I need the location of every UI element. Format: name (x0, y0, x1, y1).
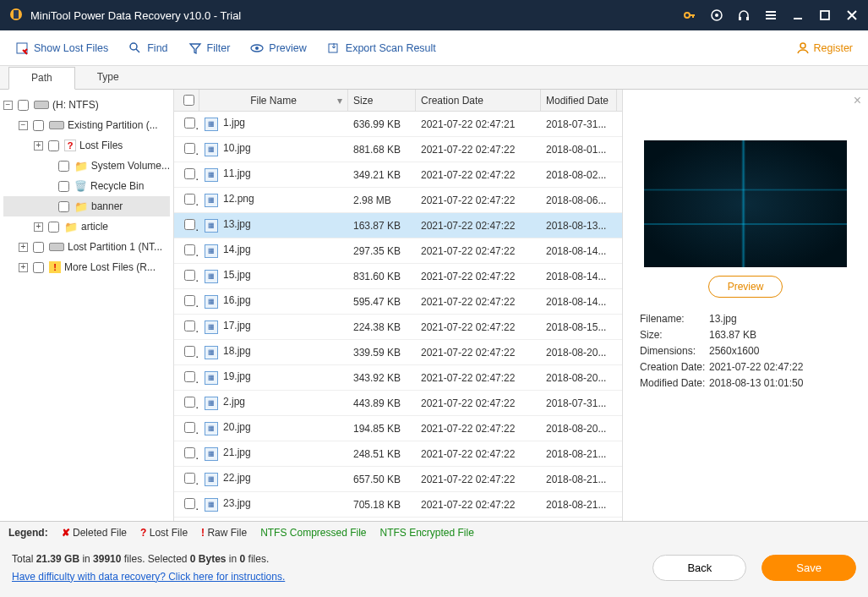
tree-checkbox[interactable] (33, 262, 44, 273)
tree-checkbox[interactable] (48, 140, 59, 151)
file-mdate-cell: 2018-08-15... (541, 321, 617, 333)
file-checkbox[interactable] (184, 498, 195, 509)
file-checkbox[interactable] (184, 295, 195, 306)
tree-lost-files[interactable]: + ? Lost Files (3, 135, 170, 156)
image-file-icon: ▦ (205, 194, 218, 207)
file-checkbox[interactable] (184, 194, 195, 205)
file-checkbox[interactable] (184, 270, 195, 281)
column-creation-date[interactable]: Creation Date (416, 90, 541, 111)
tree-checkbox[interactable] (58, 181, 69, 192)
expand-icon[interactable]: + (19, 263, 28, 272)
export-button[interactable]: Export Scan Result (327, 41, 436, 55)
register-button[interactable]: Register (796, 41, 853, 55)
file-row[interactable]: ▦17.jpg224.38 KB2021-07-22 02:47:222018-… (174, 315, 622, 340)
tab-path[interactable]: Path (8, 67, 75, 90)
file-row[interactable]: ▦2.jpg443.89 KB2021-07-22 02:47:222018-0… (174, 391, 622, 416)
save-button[interactable]: Save (762, 555, 856, 581)
select-all-checkbox[interactable] (183, 95, 194, 106)
column-modified-date[interactable]: Modified Date (541, 90, 617, 111)
file-row[interactable]: ▦12.png2.98 MB2021-07-22 02:47:222018-08… (174, 188, 622, 213)
preview-button[interactable]: Preview (250, 41, 306, 55)
back-button[interactable]: Back (652, 555, 746, 581)
file-checkbox[interactable] (184, 219, 195, 230)
file-checkbox[interactable] (184, 422, 195, 433)
file-checkbox[interactable] (184, 371, 195, 382)
file-row[interactable]: ▦14.jpg297.35 KB2021-07-22 02:47:222018-… (174, 238, 622, 264)
file-checkbox[interactable] (184, 397, 195, 408)
tab-type[interactable]: Type (75, 67, 141, 90)
tree-checkbox[interactable] (33, 120, 44, 131)
file-row[interactable]: ▦20.jpg194.85 KB2021-07-22 02:47:222018-… (174, 416, 622, 441)
file-checkbox[interactable] (184, 320, 195, 331)
tree-checkbox[interactable] (18, 100, 29, 111)
minimize-icon[interactable] (790, 8, 805, 23)
legend-compressed: NTFS Compressed File (260, 527, 366, 539)
column-name[interactable]: File Name▾ (199, 90, 348, 111)
headphones-icon[interactable] (736, 8, 751, 23)
file-row[interactable]: ▦16.jpg595.47 KB2021-07-22 02:47:222018-… (174, 289, 622, 315)
toolbar: Show Lost Files Find Filter Preview Expo… (0, 30, 868, 66)
file-checkbox[interactable] (184, 346, 195, 357)
file-cdate-cell: 2021-07-22 02:47:22 (416, 499, 541, 511)
image-file-icon: ▦ (205, 295, 218, 309)
close-icon[interactable] (844, 8, 860, 23)
expand-icon[interactable]: − (19, 121, 28, 130)
tree-recycle-bin[interactable]: 🗑️ Recycle Bin (3, 176, 170, 196)
filter-button[interactable]: Filter (188, 41, 231, 55)
tree-more-lost[interactable]: + ! More Lost Files (R... (3, 257, 170, 277)
column-size[interactable]: Size (348, 90, 416, 111)
svg-rect-12 (329, 44, 337, 52)
file-checkbox[interactable] (184, 244, 195, 255)
tree-label: banner (91, 200, 123, 212)
tree-checkbox[interactable] (58, 201, 69, 212)
close-preview-icon[interactable]: × (854, 93, 861, 108)
key-icon[interactable] (682, 8, 697, 23)
file-checkbox[interactable] (184, 118, 195, 129)
maximize-icon[interactable] (817, 8, 833, 23)
file-list-header: File Name▾ Size Creation Date Modified D… (174, 90, 622, 112)
expand-icon[interactable]: − (3, 101, 13, 110)
file-checkbox[interactable] (184, 143, 195, 154)
tree-label: Recycle Bin (90, 180, 144, 192)
expand-icon[interactable]: + (34, 141, 43, 151)
file-row[interactable]: ▦22.jpg657.50 KB2021-07-22 02:47:222018-… (174, 467, 622, 492)
file-row[interactable]: ▦1.jpg636.99 KB2021-07-22 02:47:212018-0… (174, 112, 622, 137)
file-row[interactable]: ▦18.jpg339.59 KB2021-07-22 02:47:222018-… (174, 340, 622, 365)
tree-checkbox[interactable] (33, 242, 44, 253)
tree-banner[interactable]: banner (3, 196, 170, 216)
file-checkbox[interactable] (184, 473, 195, 484)
file-cdate-cell: 2021-07-22 02:47:22 (416, 296, 541, 308)
file-row[interactable]: ▦15.jpg831.60 KB2021-07-22 02:47:222018-… (174, 264, 622, 289)
expand-icon[interactable]: + (34, 222, 43, 232)
disc-icon[interactable] (709, 8, 724, 23)
file-cdate-cell: 2021-07-22 02:47:22 (416, 372, 541, 384)
file-checkbox[interactable] (184, 168, 195, 179)
show-lost-files-button[interactable]: Show Lost Files (15, 41, 108, 55)
file-row[interactable]: ▦23.jpg705.18 KB2021-07-22 02:47:222018-… (174, 492, 622, 518)
file-checkbox[interactable] (184, 447, 195, 458)
file-size-cell: 224.38 KB (348, 321, 416, 333)
menu-icon[interactable] (763, 8, 778, 23)
image-file-icon: ▦ (205, 498, 218, 512)
tree-checkbox[interactable] (48, 222, 59, 233)
file-row[interactable]: ▦19.jpg343.92 KB2021-07-22 02:47:222018-… (174, 365, 622, 391)
file-row[interactable]: ▦10.jpg881.68 KB2021-07-22 02:47:222018-… (174, 137, 622, 162)
tree-checkbox[interactable] (58, 161, 69, 172)
file-row[interactable]: ▦13.jpg163.87 KB2021-07-22 02:47:222018-… (174, 213, 622, 238)
file-row[interactable]: ▦21.jpg248.51 KB2021-07-22 02:47:222018-… (174, 441, 622, 467)
file-list-body[interactable]: ▦1.jpg636.99 KB2021-07-22 02:47:212018-0… (174, 112, 622, 521)
file-cdate-cell: 2021-07-22 02:47:22 (416, 194, 541, 206)
tree-article[interactable]: + article (3, 216, 170, 237)
preview-open-button[interactable]: Preview (708, 276, 783, 298)
tree-lost-partition[interactable]: + Lost Partition 1 (NT... (3, 237, 170, 257)
folder-tree[interactable]: − (H: NTFS) − Existing Partition (... + … (0, 90, 174, 521)
expand-icon[interactable]: + (19, 243, 28, 252)
tree-system-volume[interactable]: System Volume... (3, 156, 170, 176)
window-title: MiniTool Power Data Recovery v10.0 - Tri… (30, 9, 241, 22)
tree-root[interactable]: − (H: NTFS) (3, 95, 170, 115)
find-button[interactable]: Find (128, 41, 167, 55)
help-link[interactable]: Have difficulty with data recovery? Clic… (12, 571, 285, 583)
file-mdate-cell: 2018-08-20... (541, 347, 617, 359)
file-row[interactable]: ▦11.jpg349.21 KB2021-07-22 02:47:222018-… (174, 162, 622, 188)
tree-existing-partition[interactable]: − Existing Partition (... (3, 115, 170, 135)
